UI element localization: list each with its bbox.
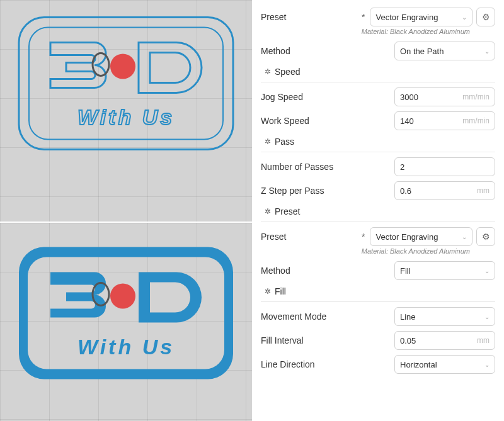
chevron-down-icon: ⌄ [462,233,467,240]
fill-interval-row: Fill Interval 0.05 mm [261,328,495,352]
method-row: Method On the Path ⌄ [261,39,495,63]
preset-section-header: ✲ Preset [261,203,495,219]
line-direction-select[interactable]: Horizontal ⌄ [394,355,495,374]
work-speed-unit: mm/min [462,116,490,125]
fill-interval-input[interactable]: 0.05 mm [394,331,495,350]
method2-select[interactable]: Fill ⌄ [394,261,495,280]
work-speed-input[interactable]: 140 mm/min [394,111,495,130]
chevron-down-icon: ⌄ [484,48,490,55]
preset-row: Preset * Vector Engraving ⌄ ⚙ [261,5,495,29]
chevron-down-icon: ⌄ [484,361,490,368]
jog-speed-value: 3000 [400,93,418,102]
canvas-preview-outline[interactable]: With Us [0,0,252,222]
method2-label: Method [261,266,362,276]
preset-required-asterisk: * [362,232,365,242]
fill-interval-label: Fill Interval [261,335,362,345]
zstep-value: 0.6 [400,186,411,196]
line-direction-row: Line Direction Horizontal ⌄ [261,352,495,376]
movement-mode-label: Movement Mode [261,312,362,322]
jog-speed-label: Jog Speed [261,92,362,102]
svg-point-3 [110,53,135,79]
material2-text: Material: Black Anodized Aluminum [261,247,495,255]
jog-speed-unit: mm/min [462,93,490,101]
svg-point-6 [110,283,135,308]
material-text: Material: Black Anodized Aluminum [261,28,495,35]
preset-label: Preset [261,12,362,22]
preset2-label: Preset [261,232,362,242]
zstep-row: Z Step per Pass 0.6 mm [261,179,495,203]
zstep-label: Z Step per Pass [261,186,362,196]
fill-interval-unit: mm [477,336,490,345]
gear-icon: ✲ [265,207,271,216]
fill-interval-value: 0.05 [400,336,416,345]
passes-row: Number of Passes 2 [261,155,495,179]
logo-fill[interactable]: With Us [13,240,239,387]
canvas-preview-fill[interactable]: With Us [0,223,252,421]
zstep-unit: mm [477,186,490,195]
preset-value: Vector Engraving [375,13,438,22]
preset-settings-button[interactable]: ⚙ [476,8,495,26]
method2-value: Fill [400,266,411,276]
fill-section-header: ✲ Fill [261,283,495,299]
svg-text:With Us: With Us [77,104,175,128]
method-value: On the Path [400,47,444,56]
movement-mode-value: Line [400,312,416,322]
work-speed-value: 140 [400,116,414,126]
passes-input[interactable]: 2 [394,157,495,176]
method-select[interactable]: On the Path ⌄ [394,42,495,60]
logo-outline[interactable]: With Us [13,11,239,157]
pass-section-header: ✲ Pass [261,133,495,149]
method2-row: Method Fill ⌄ [261,259,495,283]
preset-select[interactable]: Vector Engraving ⌄ [370,8,472,26]
movement-mode-select[interactable]: Line ⌄ [394,307,495,326]
preset2-value: Vector Engraving [375,232,438,242]
work-speed-label: Work Speed [261,116,362,126]
gear-icon: ✲ [265,287,271,296]
preset2-select[interactable]: Vector Engraving ⌄ [370,227,472,246]
gear-icon: ⚙ [482,232,490,242]
divider [261,301,495,302]
gear-icon: ⚙ [482,12,490,22]
settings-panel: Preset * Vector Engraving ⌄ ⚙ Material: … [252,0,504,421]
zstep-input[interactable]: 0.6 mm [394,181,495,200]
speed-section-header: ✲ Speed [261,63,495,79]
movement-mode-row: Movement Mode Line ⌄ [261,305,495,328]
pass-header-text: Pass [275,137,294,147]
preset2-settings-button[interactable]: ⚙ [476,227,495,246]
preset2-row: Preset * Vector Engraving ⌄ ⚙ [261,225,495,249]
line-direction-value: Horizontal [400,360,437,369]
fill-header-text: Fill [275,286,286,296]
divider [261,152,495,152]
svg-text:With Us: With Us [77,334,175,358]
chevron-down-icon: ⌄ [484,267,490,274]
gear-icon: ✲ [265,67,271,76]
chevron-down-icon: ⌄ [484,313,490,320]
speed-header-text: Speed [275,67,300,77]
canvas-pane: With Us With Us [0,0,252,421]
jog-speed-input[interactable]: 3000 mm/min [394,87,495,106]
divider [261,82,495,82]
preset-required-asterisk: * [362,12,365,22]
preset-header-text: Preset [275,206,300,216]
method-label: Method [261,46,362,56]
chevron-down-icon: ⌄ [462,14,467,21]
gear-icon: ✲ [265,137,271,146]
jog-speed-row: Jog Speed 3000 mm/min [261,85,495,109]
passes-value: 2 [400,162,404,172]
work-speed-row: Work Speed 140 mm/min [261,109,495,133]
passes-label: Number of Passes [261,162,362,172]
divider [261,222,495,222]
line-direction-label: Line Direction [261,359,362,369]
